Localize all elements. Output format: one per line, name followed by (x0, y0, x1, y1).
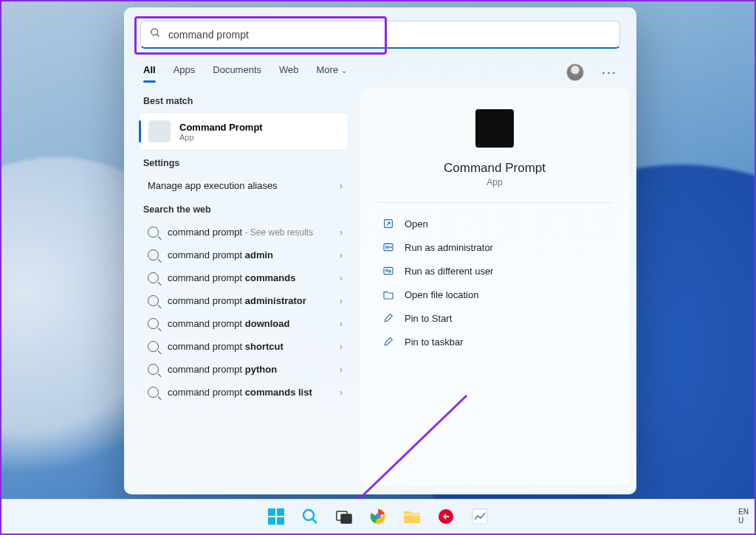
preview-action[interactable]: Run as administrator (378, 235, 611, 259)
svg-rect-10 (277, 508, 284, 516)
search-icon (148, 227, 159, 238)
tab-more[interactable]: More ⌄ (317, 64, 347, 81)
web-result[interactable]: command prompt commands list› (131, 381, 356, 404)
chevron-right-icon: › (340, 273, 343, 283)
web-result-label: command prompt admin (168, 249, 273, 260)
start-button[interactable] (262, 503, 290, 531)
results-column: Best match Command Prompt App Settings M… (131, 89, 356, 486)
search-icon (148, 249, 159, 260)
svg-point-4 (386, 246, 388, 249)
tab-all[interactable]: All (143, 64, 156, 81)
preview-action[interactable]: Pin to taskbar (378, 330, 611, 353)
app-icon (148, 120, 171, 142)
chevron-right-icon: › (340, 365, 343, 375)
search-input[interactable] (168, 29, 611, 41)
chevron-right-icon: › (340, 387, 343, 398)
settings-result-label: Manage app execution aliases (148, 180, 278, 191)
section-best-match: Best match (131, 89, 356, 112)
preview-action[interactable]: Run as different user (378, 259, 611, 283)
preview-title: Command Prompt (378, 161, 611, 176)
web-result-label: command prompt commands (168, 272, 295, 283)
preview-subtitle: App (378, 177, 611, 187)
shield-icon (382, 241, 394, 253)
web-result-label: command prompt commands list (168, 387, 312, 398)
preview-pane: Command Prompt App OpenRun as administra… (360, 89, 629, 486)
search-icon (150, 27, 161, 41)
web-result[interactable]: command prompt - See web results› (131, 221, 356, 244)
taskbar-app-explorer[interactable] (398, 503, 426, 531)
preview-action[interactable]: Pin to Start (378, 306, 611, 330)
best-match-subtitle: App (179, 133, 263, 142)
search-icon (148, 387, 159, 398)
web-result[interactable]: command prompt admin› (131, 244, 356, 266)
web-result-label: command prompt download (168, 318, 289, 329)
preview-app-icon (475, 109, 514, 148)
chevron-right-icon: › (340, 227, 343, 238)
svg-rect-12 (277, 517, 284, 525)
taskbar-app-generic-red[interactable] (432, 503, 460, 531)
taskbar-app-chart[interactable] (466, 503, 494, 531)
svg-rect-5 (384, 267, 393, 274)
web-result-label: command prompt - See web results (168, 227, 313, 238)
svg-point-7 (389, 270, 391, 272)
overflow-menu-button[interactable]: ··· (602, 65, 617, 80)
preview-action-label: Pin to taskbar (405, 336, 464, 348)
search-box[interactable] (140, 21, 620, 49)
chevron-right-icon: › (340, 296, 343, 306)
open-icon (382, 218, 394, 229)
web-result-label: command prompt shortcut (168, 341, 284, 352)
svg-line-14 (312, 519, 317, 523)
settings-result[interactable]: Manage app execution aliases › (131, 174, 356, 197)
system-tray[interactable]: ENU (738, 500, 749, 534)
svg-point-6 (386, 269, 388, 272)
language-indicator[interactable]: ENU (738, 508, 749, 525)
task-view-button[interactable] (330, 503, 358, 531)
pin-icon (382, 336, 394, 348)
start-search-panel: All Apps Documents Web More ⌄ ··· Best m… (124, 7, 636, 494)
folder-icon (382, 289, 394, 300)
preview-action-label: Pin to Start (405, 313, 452, 324)
web-result-label: command prompt python (168, 364, 277, 375)
pin-icon (382, 312, 394, 324)
taskbar-app-chrome[interactable] (364, 503, 392, 531)
web-result-label: command prompt administrator (168, 295, 306, 306)
svg-rect-9 (268, 508, 275, 516)
tab-web[interactable]: Web (279, 64, 299, 81)
section-settings: Settings (131, 151, 356, 174)
web-result[interactable]: command prompt commands› (131, 266, 356, 289)
divider (378, 202, 611, 203)
web-result[interactable]: command prompt administrator› (131, 289, 356, 312)
search-icon (148, 272, 159, 283)
preview-action-label: Open (405, 218, 428, 229)
chevron-right-icon: › (340, 319, 343, 329)
preview-action-label: Open file location (405, 289, 478, 300)
preview-action[interactable]: Open (378, 212, 611, 235)
filter-tabs: All Apps Documents Web More ⌄ (143, 64, 549, 81)
user-avatar[interactable] (566, 63, 584, 81)
svg-rect-21 (472, 509, 487, 524)
preview-action-label: Run as administrator (405, 242, 493, 253)
taskbar: ENU (1, 499, 755, 534)
taskbar-search-button[interactable] (296, 503, 324, 531)
svg-point-13 (303, 510, 314, 520)
preview-action-label: Run as different user (405, 266, 493, 277)
web-result[interactable]: command prompt python› (131, 358, 356, 381)
best-match-title: Command Prompt (179, 122, 263, 133)
search-icon (148, 318, 159, 329)
svg-rect-19 (404, 514, 420, 516)
svg-point-0 (151, 29, 158, 35)
web-result[interactable]: command prompt download› (131, 312, 356, 335)
tab-documents[interactable]: Documents (213, 64, 261, 81)
svg-rect-16 (341, 514, 351, 523)
section-search-web: Search the web (131, 197, 356, 221)
web-result[interactable]: command prompt shortcut› (131, 335, 356, 358)
user-icon (382, 265, 394, 277)
search-icon (148, 341, 159, 352)
preview-action[interactable]: Open file location (378, 283, 611, 306)
chevron-right-icon: › (340, 181, 343, 191)
svg-rect-11 (268, 517, 275, 525)
best-match-result[interactable]: Command Prompt App (139, 112, 348, 151)
chevron-right-icon: › (340, 342, 343, 352)
tab-apps[interactable]: Apps (173, 64, 196, 81)
chevron-right-icon: › (340, 250, 343, 260)
